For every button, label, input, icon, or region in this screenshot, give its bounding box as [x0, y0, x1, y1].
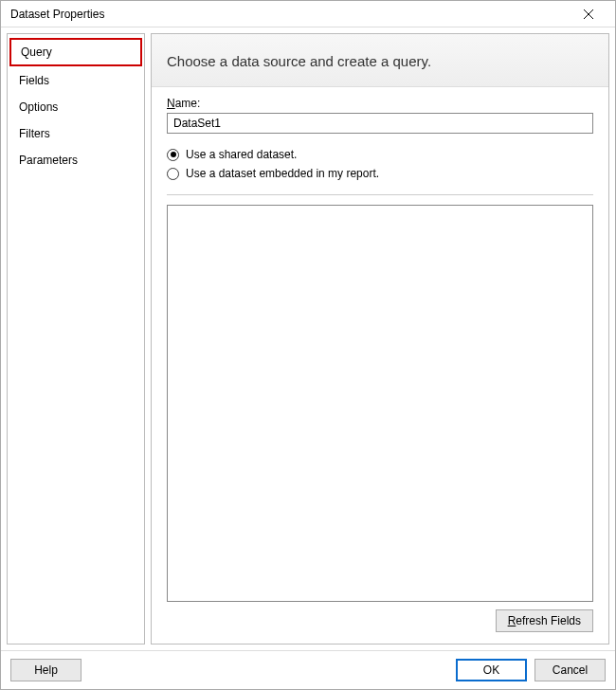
dataset-properties-dialog: Dataset Properties Query Fields Options … — [0, 0, 616, 690]
name-label: Name: — [167, 97, 593, 110]
sidebar-item-options[interactable]: Options — [9, 95, 142, 119]
help-button[interactable]: Help — [10, 659, 82, 681]
radio-embedded-dataset[interactable]: Use a dataset embedded in my report. — [167, 164, 593, 183]
name-input[interactable] — [167, 113, 593, 134]
radio-shared-dataset[interactable]: Use a shared dataset. — [167, 145, 593, 164]
radio-icon — [167, 149, 179, 161]
divider — [167, 194, 593, 195]
sidebar-item-label: Parameters — [19, 154, 78, 167]
query-textarea[interactable] — [167, 205, 593, 602]
sidebar-item-query[interactable]: Query — [9, 38, 142, 66]
dialog-footer: Help OK Cancel — [1, 650, 615, 689]
panel-content: Name: Use a shared dataset. Use a datase… — [152, 87, 608, 644]
radio-icon — [167, 168, 179, 180]
dialog-body: Query Fields Options Filters Parameters … — [1, 27, 615, 650]
panel-header-text: Choose a data source and create a query. — [167, 53, 593, 69]
sidebar: Query Fields Options Filters Parameters — [7, 33, 145, 645]
sidebar-item-filters[interactable]: Filters — [9, 121, 142, 146]
panel-header: Choose a data source and create a query. — [152, 34, 608, 87]
cancel-button[interactable]: Cancel — [534, 659, 606, 681]
radio-label: Use a shared dataset. — [186, 148, 297, 161]
sidebar-item-label: Query — [21, 45, 52, 59]
ok-button[interactable]: OK — [456, 659, 527, 681]
dialog-title: Dataset Properties — [10, 8, 104, 21]
sidebar-item-label: Options — [19, 100, 58, 114]
refresh-row: Refresh Fields — [167, 609, 593, 632]
close-icon — [584, 9, 593, 19]
radio-label: Use a dataset embedded in my report. — [186, 167, 379, 180]
sidebar-item-parameters[interactable]: Parameters — [9, 148, 142, 172]
sidebar-item-label: Fields — [19, 74, 49, 87]
sidebar-item-label: Filters — [19, 127, 50, 140]
dataset-source-radio-group: Use a shared dataset. Use a dataset embe… — [167, 145, 593, 183]
sidebar-item-fields[interactable]: Fields — [9, 68, 142, 93]
close-button[interactable] — [570, 3, 607, 26]
main-panel: Choose a data source and create a query.… — [151, 33, 609, 645]
titlebar: Dataset Properties — [1, 1, 615, 27]
refresh-fields-button[interactable]: Refresh Fields — [496, 609, 593, 632]
footer-right: OK Cancel — [456, 659, 606, 681]
